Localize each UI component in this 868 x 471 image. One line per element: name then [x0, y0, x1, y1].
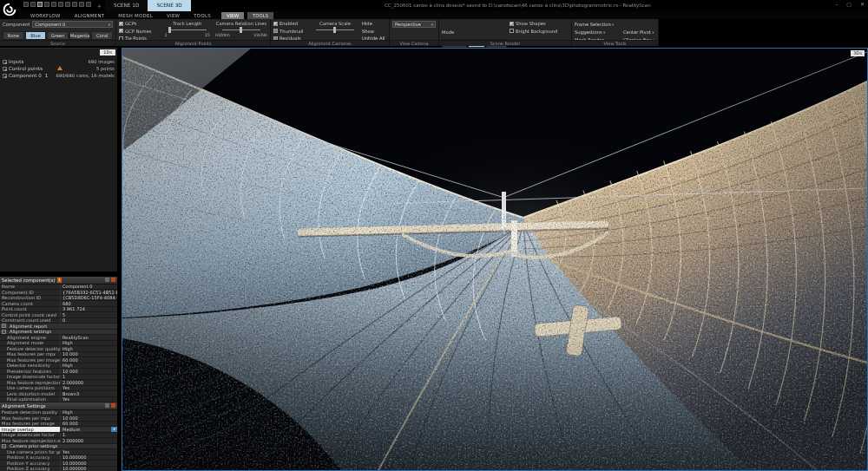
- property-value: [47, 324, 117, 329]
- tree-item[interactable]: Component 0 1 680/680 cams, 16 models: [0, 72, 117, 79]
- color-filter-button[interactable]: None: [3, 31, 24, 40]
- property-label: Alignment engine: [0, 335, 61, 340]
- window-controls: – ▢ ✕: [835, 1, 865, 7]
- contextual-tab-view[interactable]: VIEW: [221, 12, 244, 19]
- camera-visibility-button[interactable]: Hide: [362, 21, 385, 26]
- view-tool-button[interactable]: Center Pivot: [623, 29, 654, 35]
- checkbox[interactable]: GCP Names: [119, 29, 160, 34]
- qat-icon[interactable]: [58, 2, 63, 7]
- redo-icon[interactable]: [86, 2, 91, 7]
- checkbox[interactable]: GCPs: [119, 21, 160, 26]
- property-value: 10 000: [61, 369, 117, 374]
- qat-icon[interactable]: [44, 2, 49, 7]
- property-value: [58, 444, 118, 449]
- component-dropdown[interactable]: Component 0: [32, 21, 113, 28]
- property-label: Detector sensitivity: [0, 363, 61, 369]
- checkbox-box: [119, 22, 123, 26]
- ribbon-section-alignment-cameras: Enabled Thumbnail Residuals Camera Scale: [271, 19, 390, 46]
- property-value: 1: [61, 433, 117, 438]
- row-expander-icon[interactable]: −: [2, 444, 6, 448]
- checkbox[interactable]: Show Shapes: [510, 21, 557, 26]
- checkbox[interactable]: Bright Background: [510, 29, 557, 34]
- panel-close-icon[interactable]: [111, 278, 115, 282]
- expander-icon[interactable]: [3, 74, 7, 78]
- color-filter-button[interactable]: Coral: [91, 31, 113, 40]
- tab-alignment[interactable]: ALIGNMENT: [68, 13, 112, 18]
- property-label: Constraint count used: [0, 318, 61, 324]
- checkbox[interactable]: Thumbnail: [273, 29, 308, 34]
- tab-workflow[interactable]: WORKFLOW: [23, 13, 68, 18]
- row-expander-icon[interactable]: −: [2, 330, 6, 334]
- contextual-tab-tools[interactable]: TOOLS: [247, 12, 273, 19]
- view-tool-button[interactable]: Frame Selection: [575, 22, 614, 27]
- qat-icon[interactable]: [30, 2, 36, 7]
- color-filter-button[interactable]: Magenta: [69, 31, 91, 40]
- tree-item-label: Inputs: [9, 59, 23, 64]
- property-label: Lens distortion model: [0, 391, 61, 396]
- property-label: Max features per image: [0, 357, 61, 363]
- qat-icon[interactable]: [51, 2, 56, 7]
- tab-tools[interactable]: TOOLS: [187, 13, 218, 18]
- slider-track[interactable]: [168, 29, 207, 30]
- property-value: High: [61, 346, 117, 351]
- property-label: Position X accuracy: [0, 455, 61, 461]
- slider-max: 15: [205, 33, 210, 37]
- slider-handle[interactable]: [240, 27, 242, 33]
- property-label: Max features per image: [0, 422, 61, 427]
- property-value: High: [61, 410, 117, 415]
- tree-item[interactable]: Inputs 680 images: [0, 58, 117, 65]
- property-label: Final optimisation: [0, 397, 61, 402]
- tab-view[interactable]: VIEW: [160, 13, 187, 18]
- point-cloud-scene: [122, 49, 867, 470]
- minimize-button[interactable]: –: [835, 1, 838, 7]
- property-label: Control point count used: [0, 312, 61, 317]
- undo-icon[interactable]: [79, 2, 84, 7]
- quick-access-toolbar: [23, 2, 91, 7]
- viewport-3d[interactable]: 3Ds: [122, 48, 868, 471]
- color-filter-button[interactable]: Blue: [25, 31, 47, 40]
- expander-icon[interactable]: [3, 60, 7, 64]
- close-button[interactable]: ✕: [860, 1, 865, 7]
- projection-dropdown[interactable]: Perspective: [392, 21, 436, 28]
- panel-menu-icon[interactable]: [105, 403, 109, 408]
- tree-item-detail: 680 images: [89, 59, 115, 64]
- color-filter-button[interactable]: Green: [47, 31, 69, 40]
- property-value: 10.000000: [61, 461, 117, 466]
- slider-track[interactable]: [316, 29, 354, 30]
- tree-view-tab[interactable]: 1Ds: [100, 49, 115, 56]
- qat-icon-active[interactable]: [37, 2, 43, 7]
- tab-mesh-model[interactable]: MESH MODEL: [111, 13, 160, 18]
- slider-handle[interactable]: [168, 27, 171, 33]
- panel-close-icon[interactable]: [111, 403, 115, 408]
- qat-icon[interactable]: [72, 2, 77, 7]
- view-tool-button[interactable]: Suggestions: [575, 29, 620, 35]
- panel-header-alignment-settings: Alignment Settings: [0, 402, 117, 410]
- panel-title: Selected component(s): [2, 278, 56, 283]
- property-row[interactable]: Position Z accuracy 10.000000: [0, 467, 117, 471]
- qat-icon[interactable]: [23, 2, 29, 7]
- slider-track[interactable]: [222, 29, 260, 30]
- expander-icon[interactable]: [3, 67, 7, 71]
- slider-max: Visible: [253, 33, 267, 37]
- tab-scene-3d[interactable]: SCENE 3D: [148, 0, 190, 11]
- qat-icon[interactable]: [65, 2, 70, 7]
- slider-handle[interactable]: [333, 27, 336, 33]
- camera-scale-label: Camera Scale: [319, 21, 351, 26]
- viewport-3d-tab[interactable]: 3Ds: [851, 50, 865, 56]
- section-title-scene-render: Scene Render: [439, 40, 571, 46]
- tab-scene-1d[interactable]: SCENE 1D: [105, 0, 148, 11]
- property-label: Max feature reprojection error: [0, 438, 61, 443]
- camera-visibility-button[interactable]: Show: [362, 29, 385, 34]
- panel-header-selected-component: Selected component(s) 1: [0, 277, 117, 285]
- row-expander-icon[interactable]: +: [2, 324, 6, 328]
- add-layout-button[interactable]: +: [97, 0, 102, 11]
- property-value: Component 0: [61, 285, 117, 290]
- tree-item[interactable]: Control points 5 points: [0, 65, 117, 72]
- property-label: Position Z accuracy: [0, 467, 61, 471]
- maximize-button[interactable]: ▢: [846, 1, 852, 7]
- track-length-label: Track Length: [173, 21, 201, 26]
- checkbox[interactable]: Enabled: [273, 21, 308, 26]
- property-value: 5: [61, 312, 117, 317]
- panel-menu-icon[interactable]: [105, 278, 109, 282]
- ribbon-section-view-camera: Perspective Reset View View Camera: [390, 19, 439, 46]
